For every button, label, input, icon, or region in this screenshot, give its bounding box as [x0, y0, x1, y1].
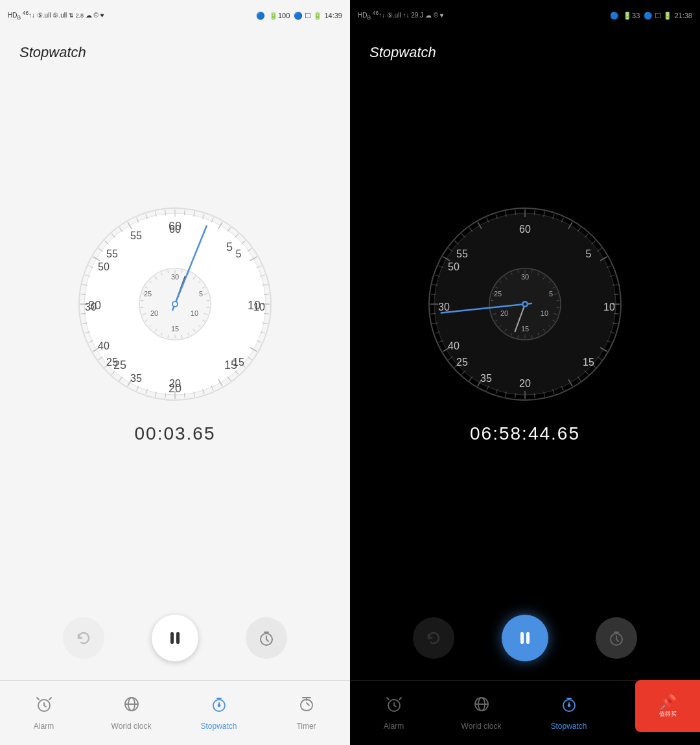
svg-text:25: 25 — [494, 290, 502, 298]
left-pause-button[interactable] — [152, 615, 198, 661]
svg-text:15: 15 — [521, 325, 529, 333]
right-stopwatch-icon — [560, 695, 578, 718]
svg-text:15: 15 — [583, 357, 594, 368]
svg-text:20: 20 — [150, 309, 158, 317]
svg-text:30: 30 — [85, 302, 97, 313]
svg-point-245 — [524, 302, 527, 305]
svg-text:5: 5 — [549, 290, 553, 298]
svg-text:15: 15 — [233, 357, 244, 368]
svg-text:40: 40 — [98, 340, 110, 351]
right-nav-alarm-label: Alarm — [384, 722, 404, 731]
svg-text:20: 20 — [519, 378, 531, 389]
svg-text:55: 55 — [130, 230, 142, 241]
svg-rect-124 — [176, 632, 180, 644]
right-app-title: Stopwatch — [350, 31, 700, 67]
left-bt-icon: 🔵 — [256, 12, 265, 20]
left-signal-icons: HDB 46↑↓ ⑤.ull ⑤.ull ⇅ 2.8 ☁ ©️ ♥ — [8, 10, 104, 21]
watermark-icon: 📌 — [659, 694, 677, 711]
left-clock: /* generated below */ — [71, 200, 279, 408]
right-signal-icons: HDB 46↑↓ ⑤.ull ↑↓ 29.J ☁ © ♥ — [358, 10, 444, 21]
svg-text:15: 15 — [171, 325, 179, 333]
svg-text:35: 35 — [480, 373, 492, 384]
svg-point-122 — [173, 302, 177, 306]
left-bottom-nav: Alarm World clock — [0, 680, 350, 745]
left-controls — [0, 596, 350, 680]
right-bt-icon: 🔵 — [610, 12, 619, 20]
right-nav-alarm[interactable]: Alarm — [368, 695, 420, 731]
right-panel: HDB 46↑↓ ⑤.ull ↑↓ 29.J ☁ © ♥ 🔵 🔋33 🔵 ☐ 🔋… — [350, 0, 700, 745]
left-battery-icon: 🔋100 — [269, 12, 290, 20]
right-time: 🔵 ☐ 🔋 21:38 — [644, 12, 692, 20]
svg-text:5: 5 — [586, 248, 592, 259]
worldclock-icon — [122, 695, 141, 718]
left-time: 🔵 ☐ 🔋 14:39 — [294, 12, 342, 20]
left-nav-worldclock[interactable]: World clock — [106, 695, 158, 731]
left-time-display: 00:03.65 — [135, 423, 216, 444]
left-nav-alarm[interactable]: Alarm — [18, 695, 70, 731]
svg-point-131 — [218, 705, 220, 707]
right-timer-button[interactable] — [596, 617, 637, 659]
svg-text:50: 50 — [448, 261, 460, 272]
svg-text:10: 10 — [541, 309, 548, 317]
right-clock-area: 60 5 10 15 20 25 30 35 40 55 50 — [350, 67, 700, 596]
timer-icon — [298, 695, 316, 718]
svg-text:5: 5 — [236, 248, 242, 259]
svg-text:20: 20 — [500, 309, 508, 317]
svg-text:55: 55 — [106, 248, 118, 259]
svg-text:5: 5 — [199, 290, 203, 298]
right-status-right: 🔵 🔋33 🔵 ☐ 🔋 21:38 — [610, 12, 692, 20]
left-reset-button[interactable] — [63, 617, 104, 659]
svg-text:40: 40 — [448, 340, 460, 351]
left-timer-button[interactable] — [246, 617, 287, 659]
svg-rect-123 — [170, 632, 174, 644]
right-alarm-icon — [385, 695, 403, 718]
left-nav-timer-label: Timer — [296, 722, 316, 731]
svg-rect-247 — [526, 632, 530, 644]
watermark-text: 值得买 — [659, 711, 677, 718]
right-nav-worldclock-label: World clock — [461, 722, 502, 731]
watermark: 📌 值得买 — [635, 680, 700, 732]
right-nav-stopwatch[interactable]: Stopwatch — [543, 695, 595, 731]
svg-text:10: 10 — [253, 302, 265, 313]
left-nav-worldclock-label: World clock — [111, 722, 152, 731]
svg-text:35: 35 — [130, 373, 142, 384]
svg-text:30: 30 — [171, 273, 179, 281]
right-status-bar: HDB 46↑↓ ⑤.ull ↑↓ 29.J ☁ © ♥ 🔵 🔋33 🔵 ☐ 🔋… — [350, 0, 700, 31]
right-time-display: 06:58:44.65 — [470, 423, 580, 444]
right-controls — [350, 596, 700, 680]
stopwatch-icon — [210, 695, 228, 718]
svg-text:5: 5 — [226, 241, 233, 254]
svg-point-254 — [568, 705, 570, 707]
right-worldclock-icon — [472, 695, 491, 718]
right-nav-worldclock[interactable]: World clock — [456, 695, 508, 731]
svg-text:10: 10 — [191, 309, 198, 317]
left-nav-alarm-label: Alarm — [34, 722, 54, 731]
left-nav-stopwatch-label: Stopwatch — [200, 722, 237, 731]
alarm-icon — [35, 695, 53, 718]
left-nav-stopwatch[interactable]: Stopwatch — [193, 695, 245, 731]
svg-text:20: 20 — [169, 378, 181, 389]
svg-text:30: 30 — [521, 273, 529, 281]
right-pause-button[interactable] — [502, 615, 548, 661]
svg-text:25: 25 — [144, 290, 152, 298]
svg-rect-246 — [520, 632, 524, 644]
left-clock-area: /* generated below */ — [0, 67, 350, 596]
left-status-bar: HDB 46↑↓ ⑤.ull ⑤.ull ⇅ 2.8 ☁ ©️ ♥ 🔵 🔋100… — [0, 0, 350, 31]
left-app-title: Stopwatch — [0, 31, 350, 67]
right-status-left: HDB 46↑↓ ⑤.ull ↑↓ 29.J ☁ © ♥ — [358, 10, 444, 21]
right-nav-stopwatch-label: Stopwatch — [550, 722, 587, 731]
svg-text:60: 60 — [519, 224, 531, 235]
right-battery-icon: 🔋33 — [623, 12, 640, 20]
svg-text:30: 30 — [438, 302, 450, 313]
right-clock: 60 5 10 15 20 25 30 35 40 55 50 — [421, 200, 629, 408]
svg-text:60: 60 — [169, 224, 181, 235]
left-status-left: HDB 46↑↓ ⑤.ull ⑤.ull ⇅ 2.8 ☁ ©️ ♥ — [8, 10, 104, 21]
svg-text:10: 10 — [603, 302, 615, 313]
svg-text:25: 25 — [456, 357, 468, 368]
svg-text:50: 50 — [98, 261, 110, 272]
left-panel: HDB 46↑↓ ⑤.ull ⑤.ull ⇅ 2.8 ☁ ©️ ♥ 🔵 🔋100… — [0, 0, 350, 745]
left-status-right: 🔵 🔋100 🔵 ☐ 🔋 14:39 — [256, 12, 342, 20]
left-nav-timer[interactable]: Timer — [281, 695, 332, 731]
svg-text:55: 55 — [456, 248, 468, 259]
right-reset-button[interactable] — [413, 617, 454, 659]
